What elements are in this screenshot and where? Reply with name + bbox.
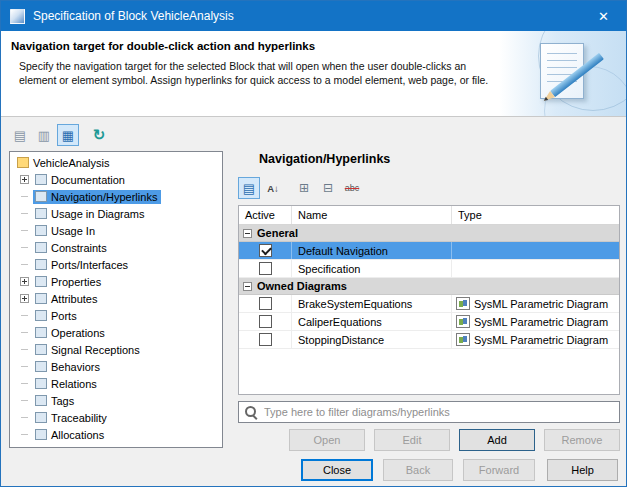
tree-item-attributes[interactable]: Attributes <box>10 290 222 307</box>
table-row-stoppingdistance[interactable]: StoppingDistance SysML Parametric Diagra… <box>239 331 619 349</box>
tree-item-label: Signal Receptions <box>51 344 140 356</box>
tree-item-icon <box>35 259 47 270</box>
tree-item-label: Operations <box>51 327 105 339</box>
tree-item-tags[interactable]: Tags <box>10 392 222 409</box>
row-type: SysML Parametric Diagram <box>452 313 619 330</box>
categorized-view-icon[interactable]: ▤ <box>238 177 260 199</box>
hyperlinks-table: Active Name Type General Default Navigat… <box>238 205 620 395</box>
tree-item-usage-in-diagrams[interactable]: Usage in Diagrams <box>10 205 222 222</box>
row-type <box>452 242 619 259</box>
active-checkbox[interactable] <box>259 333 272 346</box>
tree-item-icon <box>35 412 47 423</box>
tree-item-allocations[interactable]: Allocations <box>10 426 222 443</box>
expand-icon[interactable] <box>20 294 29 303</box>
tree-item-vehicleanalysis[interactable]: VehicleAnalysis <box>10 154 222 171</box>
type-label: SysML Parametric Diagram <box>474 334 608 346</box>
table-row-caliperequations[interactable]: CaliperEquations SysML Parametric Diagra… <box>239 313 619 331</box>
inherited-properties-icon[interactable]: ▥ <box>33 124 55 146</box>
filter-box <box>238 401 620 423</box>
open-button[interactable]: Open <box>289 429 365 451</box>
tree-item-behaviors[interactable]: Behaviors <box>10 358 222 375</box>
text-filter-icon[interactable]: abc <box>341 177 363 199</box>
remove-button[interactable]: Remove <box>544 429 620 451</box>
tree-item-icon <box>35 242 47 253</box>
expand-groups-icon[interactable]: ⊞ <box>293 177 315 199</box>
tree-item-navigation-hyperlinks[interactable]: Navigation/Hyperlinks <box>10 188 222 205</box>
tree-item-icon <box>35 208 47 219</box>
tree-item-label: Ports <box>51 310 77 322</box>
tree-connector <box>20 396 29 405</box>
row-name: StoppingDistance <box>292 331 452 348</box>
close-icon[interactable]: ✕ <box>581 1 626 31</box>
row-type <box>452 260 619 277</box>
row-name: Default Navigation <box>292 242 452 259</box>
parametric-diagram-icon <box>456 315 470 328</box>
tree-connector <box>20 260 29 269</box>
specification-dialog: Specification of Block VehicleAnalysis ✕… <box>0 0 627 487</box>
collapse-icon[interactable] <box>243 229 252 238</box>
tree-item-icon <box>35 293 47 304</box>
group-label: Owned Diagrams <box>257 280 347 292</box>
active-checkbox[interactable] <box>259 297 272 310</box>
table-row-default-navigation[interactable]: Default Navigation <box>239 242 619 260</box>
help-button[interactable]: Help <box>547 459 618 481</box>
row-name: Specification <box>292 260 452 277</box>
block-icon <box>17 157 29 168</box>
edit-button[interactable]: Edit <box>374 429 450 451</box>
header-description-line1: Specify the navigation target for the se… <box>19 59 488 73</box>
collapse-icon[interactable] <box>243 282 252 291</box>
active-checkbox[interactable] <box>259 315 272 328</box>
group-label: General <box>257 227 298 239</box>
tree-item-properties[interactable]: Properties <box>10 273 222 290</box>
add-button[interactable]: Add <box>459 429 535 451</box>
type-label: SysML Parametric Diagram <box>474 298 608 310</box>
tree-item-label: Navigation/Hyperlinks <box>51 191 157 203</box>
tree-item-ports-interfaces[interactable]: Ports/Interfaces <box>10 256 222 273</box>
forward-button[interactable]: Forward <box>463 459 535 481</box>
column-header-active[interactable]: Active <box>239 206 292 224</box>
title-bar[interactable]: Specification of Block VehicleAnalysis ✕ <box>1 1 626 31</box>
tree-item-documentation[interactable]: Documentation <box>10 171 222 188</box>
tree-item-icon <box>35 276 47 287</box>
back-button[interactable]: Back <box>383 459 453 481</box>
tree-item-relations[interactable]: Relations <box>10 375 222 392</box>
tree-connector <box>20 379 29 388</box>
filter-input[interactable] <box>264 406 613 418</box>
tree-item-ports[interactable]: Ports <box>10 307 222 324</box>
show-all-icon[interactable]: ▦ <box>57 124 79 146</box>
tree-item-icon <box>35 174 47 185</box>
group-row-owned-diagrams[interactable]: Owned Diagrams <box>239 278 619 295</box>
refresh-icon[interactable]: ↻ <box>88 124 110 146</box>
tree-item-label: Relations <box>51 378 97 390</box>
expand-icon[interactable] <box>20 277 29 286</box>
properties-tree-icon[interactable]: ▤ <box>9 124 31 146</box>
tree-connector <box>20 362 29 371</box>
tree-item-operations[interactable]: Operations <box>10 324 222 341</box>
row-type: SysML Parametric Diagram <box>452 295 619 312</box>
tree-connector <box>20 226 29 235</box>
tree-connector <box>20 311 29 320</box>
search-icon <box>245 406 257 418</box>
header-illustration <box>499 31 626 116</box>
expand-icon[interactable] <box>20 175 29 184</box>
row-name: BrakeSystemEquations <box>292 295 452 312</box>
header-description: Specify the navigation target for the se… <box>19 59 488 87</box>
tree-item-signal-receptions[interactable]: Signal Receptions <box>10 341 222 358</box>
column-header-type[interactable]: Type <box>452 206 619 224</box>
table-toolbar: ▤ A↓ ⊞ ⊟ abc <box>238 177 363 199</box>
table-row-brakesystemequations[interactable]: BrakeSystemEquations SysML Parametric Di… <box>239 295 619 313</box>
tree-item-traceability[interactable]: Traceability <box>10 409 222 426</box>
active-checkbox[interactable] <box>259 244 272 257</box>
close-button[interactable]: Close <box>301 459 373 481</box>
tree-item-usage-in[interactable]: Usage In <box>10 222 222 239</box>
collapse-groups-icon[interactable]: ⊟ <box>317 177 339 199</box>
window-title: Specification of Block VehicleAnalysis <box>33 9 234 23</box>
group-row-general[interactable]: General <box>239 225 619 242</box>
active-checkbox[interactable] <box>259 262 272 275</box>
table-row-specification[interactable]: Specification <box>239 260 619 278</box>
tree-connector <box>20 345 29 354</box>
sort-alphabetically-icon[interactable]: A↓ <box>262 177 284 199</box>
type-label: SysML Parametric Diagram <box>474 316 608 328</box>
tree-item-constraints[interactable]: Constraints <box>10 239 222 256</box>
column-header-name[interactable]: Name <box>292 206 452 224</box>
